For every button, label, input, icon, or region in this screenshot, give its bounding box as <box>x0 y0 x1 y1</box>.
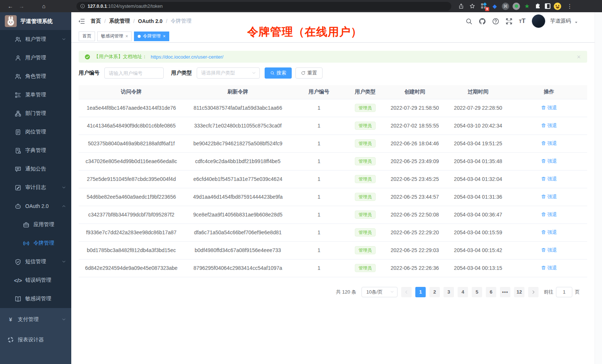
page-button-4[interactable]: 4 <box>458 287 468 297</box>
page-ellipsis-button[interactable]: ••• <box>500 287 510 297</box>
sidebar-item-audit-log[interactable]: 审计日志 <box>0 178 71 197</box>
sidebar-item-report[interactable]: 报表设计器 <box>0 330 71 350</box>
sidebar-item-error-code[interactable]: </>错误码管理 <box>0 271 71 289</box>
page-button-3[interactable]: 3 <box>444 287 454 297</box>
cell-access-token: 275e5de9151045fe87cbdc395e004f4d <box>79 170 184 188</box>
sidebar-item-pay[interactable]: ¥支付管理 <box>0 309 71 330</box>
sidebar-item-oauth2[interactable]: OAuth 2.0 <box>0 197 71 215</box>
force-logout-button[interactable]: 强退 <box>541 158 557 165</box>
tab-令牌管理[interactable]: 令牌管理× <box>134 32 169 41</box>
browser-menu-icon[interactable]: ⋮ <box>565 2 575 11</box>
help-icon[interactable] <box>492 18 499 25</box>
breadcrumb-separator: / <box>166 18 167 24</box>
breadcrumb-item[interactable]: OAuth 2.0 <box>138 18 163 24</box>
sidebar-item-sms[interactable]: 短信管理 <box>0 252 71 271</box>
app-logo[interactable]: 芋道管理系统 <box>0 12 71 30</box>
page-button-12[interactable]: 12 <box>514 287 524 297</box>
extension-gem-icon[interactable]: ◆ <box>491 3 498 10</box>
search-button[interactable]: 搜索 <box>265 67 292 79</box>
sidebar-fold-icon[interactable] <box>78 18 85 25</box>
browser-scrollbar[interactable] <box>595 12 602 364</box>
extension-star-icon[interactable]: ★ <box>523 3 531 10</box>
github-icon[interactable] <box>479 18 486 25</box>
browser-profile-avatar[interactable] <box>554 3 561 10</box>
sidebar-item-role[interactable]: 角色管理 <box>0 67 71 86</box>
sidebar-item-sensitive[interactable]: 敏感词管理 <box>0 289 71 308</box>
reading-mode-icon[interactable] <box>545 3 550 9</box>
sidebar-item-post[interactable]: 岗位管理 <box>0 123 71 141</box>
user-name[interactable]: 芋道源码 <box>550 18 571 24</box>
sidebar-item-notice[interactable]: 通知公告 <box>0 160 71 178</box>
cell-user-type: 管理员 <box>346 188 385 206</box>
tab-首页[interactable]: 首页 <box>79 32 95 41</box>
page-button-5[interactable]: 5 <box>472 287 482 297</box>
page-button-2[interactable]: 2 <box>429 287 440 297</box>
chevron-down-icon[interactable] <box>574 20 578 24</box>
breadcrumb-item[interactable]: 首页 <box>91 18 101 24</box>
bookmark-star-icon[interactable] <box>467 2 477 11</box>
font-size-icon[interactable]: TT <box>519 17 526 25</box>
alert-close-icon[interactable] <box>576 54 581 59</box>
force-logout-button[interactable]: 强退 <box>541 105 557 111</box>
trash-icon <box>541 159 546 163</box>
force-logout-button[interactable]: 强退 <box>541 122 557 129</box>
sidebar-item-user[interactable]: 用户管理 <box>0 49 71 67</box>
back-icon[interactable]: ← <box>5 2 16 11</box>
page-button-6[interactable]: 6 <box>486 287 496 297</box>
next-page-button[interactable] <box>528 287 539 297</box>
force-logout-button[interactable]: 强退 <box>541 176 557 182</box>
force-logout-button[interactable]: 强退 <box>541 229 557 236</box>
tab-敏感词管理[interactable]: 敏感词管理× <box>97 32 132 41</box>
sidebar-item-dict[interactable]: 字典管理 <box>0 141 71 160</box>
share-icon[interactable] <box>456 2 466 11</box>
sidebar-item-label: 岗位管理 <box>25 129 46 135</box>
force-logout-label: 强退 <box>547 140 557 147</box>
sidebar-item-oauth2-token[interactable]: 令牌管理 <box>0 234 71 252</box>
force-logout-button[interactable]: 强退 <box>541 193 557 200</box>
page-size-select[interactable]: 10条/页 <box>361 287 397 297</box>
sidebar-item-menu[interactable]: 菜单管理 <box>0 86 71 104</box>
home-icon[interactable]: ⌂ <box>39 2 49 11</box>
site-info-icon[interactable] <box>80 4 85 9</box>
extension-dot-icon[interactable] <box>513 3 520 10</box>
goto-page-input[interactable] <box>556 287 572 297</box>
breadcrumb-item[interactable]: 系统管理 <box>109 18 130 24</box>
user-id-input[interactable] <box>104 67 164 79</box>
force-logout-button[interactable]: 强退 <box>541 211 557 218</box>
sidebar-item-dept[interactable]: 部门管理 <box>0 104 71 123</box>
fullscreen-icon[interactable] <box>506 18 513 25</box>
book-icon <box>15 296 21 302</box>
tab-close-icon[interactable]: × <box>163 34 166 39</box>
cell-expire-time: 2054-03-04 19:51:25 <box>445 135 511 152</box>
select-chevron-icon <box>252 71 256 75</box>
app-title: 芋道管理系统 <box>20 18 53 25</box>
forward-icon[interactable]: → <box>16 2 27 11</box>
extension-grid-icon[interactable]: 9 <box>480 3 488 10</box>
extension-command-icon[interactable]: ⌘ <box>502 3 509 10</box>
alert-doc-link[interactable]: https://doc.iocoder.cn/user-center/ <box>151 54 223 60</box>
cell-access-token: b0d1785bc3a8482f812db4a3f3bd15ec <box>79 241 184 259</box>
reload-icon[interactable] <box>27 2 38 11</box>
address-bar[interactable]: 127.0.0.1:1024/system/oauth2/token <box>76 2 451 11</box>
sidebar-item-label: 短信管理 <box>25 258 46 265</box>
prev-page-button[interactable] <box>401 287 412 297</box>
sidebar-item-oauth2-app[interactable]: 应用管理 <box>0 215 71 234</box>
cell-user-type: 管理员 <box>346 241 385 259</box>
extensions-puzzle-icon[interactable] <box>534 3 542 10</box>
user-avatar[interactable] <box>532 14 545 28</box>
force-logout-button[interactable]: 强退 <box>541 265 557 271</box>
sidebar-item-tenant[interactable]: 租户管理 <box>0 30 71 49</box>
tab-label: 首页 <box>82 33 91 39</box>
user-type-select[interactable]: 请选择用户类型 <box>197 67 260 79</box>
page-button-1[interactable]: 1 <box>415 287 426 297</box>
force-logout-button[interactable]: 强退 <box>541 247 557 254</box>
tab-close-icon[interactable]: × <box>125 34 128 39</box>
shield-icon <box>15 259 21 265</box>
tab-label: 令牌管理 <box>143 33 161 39</box>
sidebar-item-label: 用户管理 <box>25 54 46 61</box>
force-logout-button[interactable]: 强退 <box>541 140 557 147</box>
user-type-tag: 管理员 <box>355 139 376 148</box>
reset-button[interactable]: 重置 <box>295 67 323 79</box>
search-icon[interactable] <box>465 18 472 25</box>
force-logout-label: 强退 <box>547 229 557 236</box>
